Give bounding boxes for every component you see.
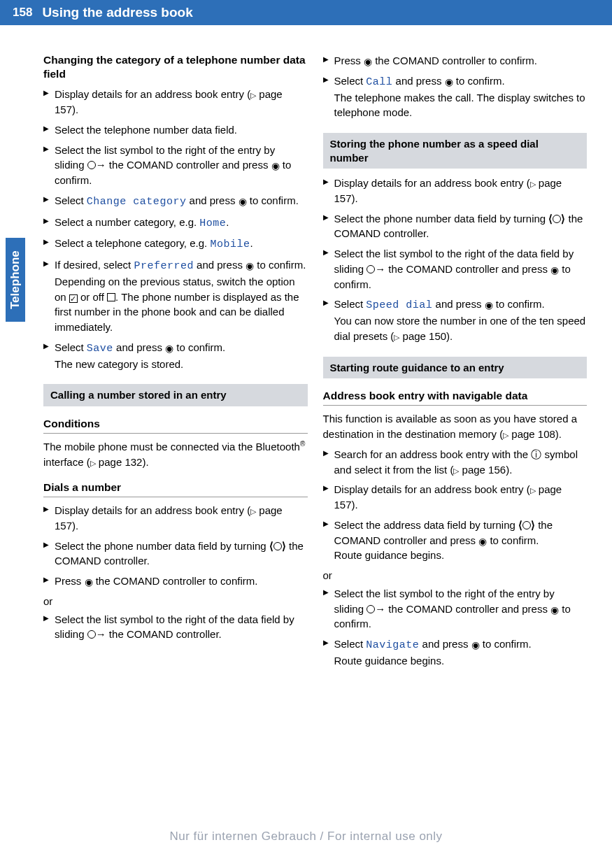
bullet-icon: ▶ xyxy=(323,519,329,529)
press-icon: ◉ xyxy=(239,194,247,208)
controller-icon xyxy=(553,215,561,223)
bullet-icon: ▶ xyxy=(323,638,329,648)
ref-icon: ▷ xyxy=(250,507,256,515)
press-icon: ◉ xyxy=(550,603,559,617)
list-navigation: ▶Search for an address book entry with t… xyxy=(323,447,588,563)
press-icon: ◉ xyxy=(445,75,453,89)
list-item: ▶Select a number category, e.g. Home. xyxy=(43,215,308,232)
bullet-icon: ▶ xyxy=(323,588,329,598)
subheading-navigable-data: Address book entry with navigable data xyxy=(323,388,588,406)
list-speed-dial: ▶Display details for an address book ent… xyxy=(323,176,588,344)
paragraph: The mobile phone must be connected via t… xyxy=(43,439,308,470)
menu-term: Save xyxy=(87,343,113,355)
menu-term: Preferred xyxy=(134,260,194,272)
controller-icon xyxy=(522,521,531,529)
list-item: ▶Display details for an address book ent… xyxy=(323,176,588,206)
list-change-category: ▶Display details for an address book ent… xyxy=(43,87,308,371)
list-item: ▶Select Speed dial and press ◉ to confir… xyxy=(323,297,588,343)
registered-icon: ® xyxy=(300,440,305,448)
controller-icon xyxy=(87,161,96,169)
list-navigation-alt: ▶Select the list symbol to the right of … xyxy=(323,586,588,669)
bullet-icon: ▶ xyxy=(323,448,329,459)
list-item: ▶Display details for an address book ent… xyxy=(323,482,588,513)
bullet-icon: ▶ xyxy=(323,75,329,85)
press-icon: ◉ xyxy=(485,298,493,312)
menu-term: Speed dial xyxy=(366,299,432,311)
bullet-icon: ▶ xyxy=(323,248,329,258)
list-dials-number: ▶Display details for an address book ent… xyxy=(43,503,308,589)
list-item: ▶Select Call and press ◉ to confirm.The … xyxy=(323,73,588,120)
paragraph: This function is available as soon as yo… xyxy=(323,411,588,442)
chapter-title: Using the address book xyxy=(42,3,192,22)
ref-icon: ▷ xyxy=(394,333,399,341)
list-item: ▶Select a telephone category, e.g. Mobil… xyxy=(43,236,308,252)
subheading-conditions: Conditions xyxy=(43,416,308,434)
controller-icon xyxy=(273,542,282,550)
bullet-icon: ▶ xyxy=(43,540,49,550)
bullet-icon: ▶ xyxy=(323,298,329,308)
heading-change-category: Changing the category of a telephone num… xyxy=(43,53,308,81)
ref-icon: ▷ xyxy=(453,467,459,475)
bullet-icon: ▶ xyxy=(43,575,49,585)
section-calling-number: Calling a number stored in an entry xyxy=(43,384,308,406)
menu-term: Mobile xyxy=(210,239,250,250)
list-item: ▶Select the phone number data field by t… xyxy=(323,211,588,242)
bullet-icon: ▶ xyxy=(43,237,49,248)
menu-term: Change category xyxy=(87,196,187,208)
list-dials-number-alt: ▶Select the list symbol to the right of … xyxy=(43,612,308,643)
turn-right-icon: ⟩ xyxy=(531,519,535,531)
list-item: ▶Select the phone number data field by t… xyxy=(43,539,308,569)
info-icon: ⓘ xyxy=(531,448,541,460)
list-continued: ▶Press ◉ the COMAND controller to confir… xyxy=(323,53,588,120)
press-icon: ◉ xyxy=(271,159,280,173)
menu-term: Home xyxy=(199,218,226,229)
ref-icon: ▷ xyxy=(250,91,256,99)
controller-icon xyxy=(367,265,375,273)
bullet-icon: ▶ xyxy=(43,504,49,515)
bullet-icon: ▶ xyxy=(43,194,49,205)
press-icon: ◉ xyxy=(550,263,559,277)
ref-icon: ▷ xyxy=(503,431,508,439)
press-icon: ◉ xyxy=(85,575,93,589)
list-item: ▶Select Navigate and press ◉ to confirm.… xyxy=(323,636,588,669)
subheading-dials-number: Dials a number xyxy=(43,480,308,497)
turn-right-icon: ⟩ xyxy=(561,213,565,225)
bullet-icon: ▶ xyxy=(43,88,49,99)
ref-icon: ▷ xyxy=(530,486,536,495)
bullet-icon: ▶ xyxy=(43,613,49,624)
left-column: Changing the category of a telephone num… xyxy=(43,53,308,674)
controller-icon xyxy=(367,605,375,613)
press-icon: ◉ xyxy=(364,55,372,69)
bullet-icon: ▶ xyxy=(43,144,49,155)
list-item: ▶Select Save and press ◉ to confirm.The … xyxy=(43,340,308,372)
ref-icon: ▷ xyxy=(530,180,536,188)
bullet-icon: ▶ xyxy=(43,259,49,269)
menu-term: Call xyxy=(366,76,392,88)
controller-icon xyxy=(87,630,96,639)
footer-watermark: Nur für internen Gebrauch / For internal… xyxy=(0,828,612,846)
list-item: ▶If desired, select Preferred and press … xyxy=(43,257,308,335)
list-item: ▶Select the list symbol to the right of … xyxy=(43,143,308,188)
list-item: ▶Select the list symbol to the right of … xyxy=(323,586,588,632)
checkbox-off-icon xyxy=(107,293,115,301)
menu-term: Navigate xyxy=(366,639,419,651)
bullet-icon: ▶ xyxy=(323,483,329,494)
press-icon: ◉ xyxy=(478,534,487,548)
checkbox-on-icon: ✓ xyxy=(69,294,78,303)
section-route-guidance: Starting route guidance to an entry xyxy=(323,357,588,379)
list-item: ▶Display details for an address book ent… xyxy=(43,87,308,118)
list-item: ▶Select the list symbol to the right of … xyxy=(43,612,308,643)
list-item: ▶Select Change category and press ◉ to c… xyxy=(43,193,308,210)
bullet-icon: ▶ xyxy=(43,216,49,227)
press-icon: ◉ xyxy=(245,259,254,273)
ref-icon: ▷ xyxy=(90,459,96,467)
list-item: ▶Select the telephone number data field. xyxy=(43,122,308,138)
list-item: ▶Press ◉ the COMAND controller to confir… xyxy=(323,53,588,69)
page-number: 158 xyxy=(13,4,32,22)
press-icon: ◉ xyxy=(165,341,173,355)
side-tab-telephone: Telephone xyxy=(6,238,25,322)
bullet-icon: ▶ xyxy=(43,124,49,134)
content-columns: Changing the category of a telephone num… xyxy=(0,25,612,674)
page-header: 158 Using the address book xyxy=(0,0,612,25)
bullet-icon: ▶ xyxy=(323,213,329,223)
